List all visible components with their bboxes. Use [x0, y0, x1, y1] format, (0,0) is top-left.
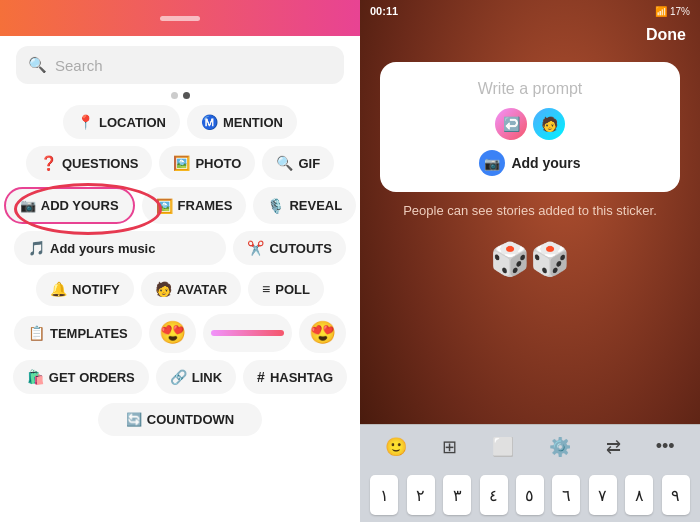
sticker-grid: 📍 LOCATION Ⓜ️ MENTION ❓ QUESTIONS 🖼️ PHO…	[0, 105, 360, 394]
sticker-row-3: 📷 ADD YOURS 🖼️ FRAMES 🎙️ REVEAL	[14, 187, 346, 224]
keyboard-numbers: ١ ٢ ٣ ٤ ٥ ٦ ٧ ٨ ٩	[360, 468, 700, 522]
templates-sticker[interactable]: 📋 TEMPLATES	[14, 316, 142, 350]
key-9[interactable]: ٩	[662, 475, 690, 515]
sticker-row-4: 🎵 Add yours music ✂️ CUTOUTS	[14, 231, 346, 265]
panel-header	[0, 0, 360, 36]
questions-sticker[interactable]: ❓ QUESTIONS	[26, 146, 153, 180]
frames-sticker[interactable]: 🖼️ FRAMES	[142, 187, 247, 224]
add-yours-sticker[interactable]: 📷 ADD YOURS	[4, 187, 135, 224]
translate-toolbar-icon[interactable]: ⇄	[606, 436, 621, 458]
get-orders-icon: 🛍️	[27, 369, 44, 385]
avatar-sticker[interactable]: 🧑 AVATAR	[141, 272, 241, 306]
photo-sticker[interactable]: 🖼️ PHOTO	[159, 146, 255, 180]
key-6[interactable]: ٦	[552, 475, 580, 515]
more-toolbar-icon[interactable]: •••	[656, 436, 675, 457]
key-3[interactable]: ٣	[443, 475, 471, 515]
gif-sticker[interactable]: 🔍 GIF	[262, 146, 334, 180]
battery-text: 17%	[670, 6, 690, 17]
sticker-picker-panel: 🔍 Search 📍 LOCATION Ⓜ️ MENTION ❓ QUESTIO…	[0, 0, 360, 522]
search-bar[interactable]: 🔍 Search	[16, 46, 344, 84]
location-icon: 📍	[77, 114, 94, 130]
key-1[interactable]: ١	[370, 475, 398, 515]
hashtag-sticker[interactable]: # HASHTAG	[243, 360, 347, 394]
link-icon: 🔗	[170, 369, 187, 385]
emoji-button-2[interactable]: 😍	[299, 313, 346, 353]
dot-1	[171, 92, 178, 99]
key-7[interactable]: ٧	[589, 475, 617, 515]
key-5[interactable]: ٥	[516, 475, 544, 515]
status-bar: 00:11 📶 17%	[360, 0, 700, 22]
dice-sticker: 🎲🎲	[360, 240, 700, 278]
sticker-row-2: ❓ QUESTIONS 🖼️ PHOTO 🔍 GIF	[14, 146, 346, 180]
sticker-toolbar-icon[interactable]: ⊞	[442, 436, 457, 458]
info-text: People can see stories added to this sti…	[360, 202, 700, 220]
avatar-1: ↩️	[495, 108, 527, 140]
sticker-row-6: 📋 TEMPLATES 😍 😍	[14, 313, 346, 353]
emoji-toolbar-icon[interactable]: 🙂	[385, 436, 407, 458]
calendar-toolbar-icon[interactable]: ⬜	[492, 436, 514, 458]
emoji-button-1[interactable]: 😍	[149, 313, 196, 353]
page-indicator	[171, 92, 190, 99]
key-8[interactable]: ٨	[625, 475, 653, 515]
mention-icon: Ⓜ️	[201, 114, 218, 130]
story-editor-panel: 00:11 📶 17% Done Write a prompt ↩️ 🧑 📷 A…	[360, 0, 700, 522]
search-icon: 🔍	[28, 56, 47, 74]
slider-track	[211, 330, 284, 336]
reveal-sticker[interactable]: 🎙️ REVEAL	[253, 187, 356, 224]
poll-icon: ≡	[262, 281, 270, 297]
add-yours-card-label: Add yours	[511, 155, 580, 171]
dot-2	[183, 92, 190, 99]
gif-icon: 🔍	[276, 155, 293, 171]
templates-icon: 📋	[28, 325, 45, 341]
location-sticker[interactable]: 📍 LOCATION	[63, 105, 180, 139]
add-yours-icon: 📷	[20, 198, 36, 213]
sticker-row-1: 📍 LOCATION Ⓜ️ MENTION	[14, 105, 346, 139]
mention-sticker[interactable]: Ⓜ️ MENTION	[187, 105, 297, 139]
status-time: 00:11	[370, 5, 398, 17]
emoji-slider	[203, 314, 292, 352]
poll-sticker[interactable]: ≡ POLL	[248, 272, 324, 306]
link-sticker[interactable]: 🔗 LINK	[156, 360, 236, 394]
key-2[interactable]: ٢	[407, 475, 435, 515]
add-yours-card-button[interactable]: 📷 Add yours	[479, 150, 580, 176]
get-orders-sticker[interactable]: 🛍️ GET ORDERS	[13, 360, 149, 394]
photo-icon: 🖼️	[173, 155, 190, 171]
sticker-row-5: 🔔 NOTIFY 🧑 AVATAR ≡ POLL	[14, 272, 346, 306]
notify-icon: 🔔	[50, 281, 67, 297]
dice-icon: 🎲🎲	[490, 240, 570, 278]
music-icon: 🎵	[28, 240, 45, 256]
done-button[interactable]: Done	[360, 22, 700, 44]
avatar-2: 🧑	[533, 108, 565, 140]
countdown-icon: 🔄	[126, 412, 142, 427]
status-icons: 📶 17%	[655, 6, 690, 17]
cutouts-icon: ✂️	[247, 240, 264, 256]
key-4[interactable]: ٤	[480, 475, 508, 515]
prompt-placeholder[interactable]: Write a prompt	[478, 80, 583, 98]
search-input[interactable]: Search	[55, 57, 103, 74]
keyboard-toolbar: 🙂 ⊞ ⬜ ⚙️ ⇄ •••	[360, 424, 700, 468]
prompt-card: Write a prompt ↩️ 🧑 📷 Add yours	[380, 62, 680, 192]
questions-icon: ❓	[40, 155, 57, 171]
cutouts-sticker[interactable]: ✂️ CUTOUTS	[233, 231, 346, 265]
settings-toolbar-icon[interactable]: ⚙️	[549, 436, 571, 458]
add-music-sticker[interactable]: 🎵 Add yours music	[14, 231, 226, 265]
sticker-row-7: 🛍️ GET ORDERS 🔗 LINK # HASHTAG	[14, 360, 346, 394]
countdown-sticker[interactable]: 🔄 COUNTDOWN	[98, 403, 262, 436]
signal-icon: 📶	[655, 6, 667, 17]
drag-handle[interactable]	[160, 16, 200, 21]
hashtag-icon: #	[257, 369, 265, 385]
avatar-icon: 🧑	[155, 281, 172, 297]
camera-icon: 📷	[479, 150, 505, 176]
frames-icon: 🖼️	[156, 198, 173, 214]
notify-sticker[interactable]: 🔔 NOTIFY	[36, 272, 134, 306]
reveal-icon: 🎙️	[267, 198, 284, 214]
avatar-row: ↩️ 🧑	[495, 108, 565, 140]
